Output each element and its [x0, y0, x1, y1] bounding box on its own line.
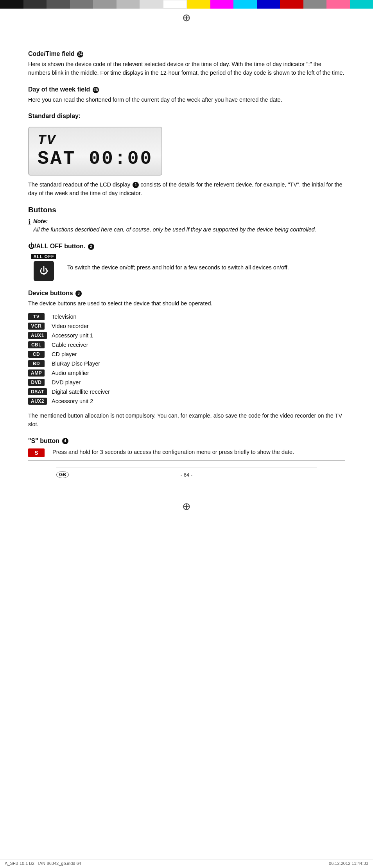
buttons-heading: Buttons	[28, 206, 345, 214]
color-seg-9	[187, 0, 210, 9]
s-button-num: 4	[62, 438, 68, 444]
page-number: - 64 -	[181, 472, 192, 478]
color-seg-10	[210, 0, 234, 9]
table-row: VCR Video recorder	[28, 321, 345, 331]
color-seg-15	[326, 0, 350, 9]
device-buttons-body: The device buttons are used to select th…	[28, 299, 345, 308]
color-seg-16	[350, 0, 373, 9]
device-label: Video recorder	[52, 321, 345, 331]
device-buttons-title: Device buttons 3	[28, 290, 345, 297]
color-seg-7	[140, 0, 163, 9]
meta-bar: A_SFB 10.1 B2 - IAN-86342_gb.indd 64 06.…	[0, 859, 373, 868]
standard-display-body-text: The standard readout of the LCD display	[28, 181, 130, 188]
all-off-title-text: ⏻/ALL OFF button.	[28, 243, 85, 249]
table-row: AUX1 Accessory unit 1	[28, 331, 345, 340]
top-crosshair: ⊕	[0, 12, 373, 24]
color-seg-12	[257, 0, 280, 9]
note-label: Note:	[33, 218, 48, 224]
code-time-num: 24	[77, 51, 83, 57]
table-row: CBL Cable receiver	[28, 340, 345, 350]
all-off-circle[interactable]: ⏻	[34, 261, 54, 281]
table-row: DVD DVD player	[28, 378, 345, 387]
meta-left: A_SFB 10.1 B2 - IAN-86342_gb.indd 64	[5, 861, 81, 866]
color-seg-2	[23, 0, 47, 9]
table-row: BD BluRay Disc Player	[28, 359, 345, 368]
device-badge: AUX1	[28, 332, 47, 339]
device-badge: DSAT	[28, 388, 47, 395]
color-seg-11	[233, 0, 257, 9]
device-label: Accessory unit 2	[52, 396, 345, 406]
gb-badge: GB	[56, 471, 69, 478]
day-week-title: Day of the week field 25	[28, 86, 345, 93]
all-off-num: 2	[88, 244, 94, 250]
device-badge: CD	[28, 351, 45, 358]
all-off-desc: To switch the device on/off; press and h…	[67, 263, 345, 272]
code-time-title-text: Code/Time field	[28, 50, 75, 57]
device-badge: VCR	[28, 323, 45, 330]
code-time-body: Here is shown the device code of the rel…	[28, 60, 345, 77]
standard-display-body: The standard readout of the LCD display …	[28, 180, 345, 198]
device-badge: CBL	[28, 341, 45, 348]
color-seg-1	[0, 0, 23, 9]
device-label: Digital satellite receiver	[52, 387, 345, 396]
device-label: DVD player	[52, 378, 345, 387]
day-week-num: 25	[93, 87, 99, 93]
footer-hr	[28, 460, 345, 461]
device-label: CD player	[52, 350, 345, 359]
day-week-body: Here you can read the shortened form of …	[28, 95, 345, 104]
page-footer: GB - 64 -	[56, 468, 317, 482]
device-badge: BD	[28, 360, 45, 367]
color-seg-13	[280, 0, 303, 9]
all-off-title: ⏻/ALL OFF button. 2	[28, 243, 345, 250]
standard-display-title: Standard display:	[28, 113, 345, 120]
s-badge[interactable]: S	[28, 448, 45, 457]
note-text: Note: All the functions described here c…	[33, 217, 316, 235]
all-off-label: ALL OFF	[31, 254, 56, 259]
s-button-title: "S" button 4	[28, 438, 345, 445]
s-button-title-text: "S" button	[28, 438, 59, 444]
device-badge: AUX2	[28, 398, 47, 405]
bottom-crosshair: ⊕	[0, 500, 373, 513]
color-seg-5	[93, 0, 117, 9]
meta-right: 06.12.2012 11:44:33	[329, 861, 368, 866]
lcd-line1: TV	[38, 133, 153, 149]
all-off-row: ALL OFF ⏻ To switch the device on/off; p…	[28, 254, 345, 281]
note-box: ℹ Note: All the functions described here…	[28, 217, 345, 235]
color-seg-4	[70, 0, 93, 9]
table-row: AUX2 Accessory unit 2	[28, 396, 345, 406]
device-label: Audio amplifier	[52, 368, 345, 378]
color-bar	[0, 0, 373, 9]
all-off-button-wrap: ALL OFF ⏻	[28, 254, 59, 281]
table-row: CD CD player	[28, 350, 345, 359]
device-buttons-num: 3	[75, 291, 82, 297]
device-label: Accessory unit 1	[52, 331, 345, 340]
lcd-line2: SAT 00:00	[38, 149, 153, 169]
device-badge: DVD	[28, 379, 45, 386]
table-row: TV Television	[28, 312, 345, 321]
code-time-title: Code/Time field 24	[28, 50, 345, 57]
device-buttons-title-text: Device buttons	[28, 290, 73, 296]
info-icon: ℹ	[28, 218, 31, 226]
color-seg-6	[117, 0, 140, 9]
day-week-title-text: Day of the week field	[28, 86, 90, 93]
table-row: AMP Audio amplifier	[28, 368, 345, 378]
color-seg-3	[47, 0, 70, 9]
power-icon: ⏻	[39, 266, 48, 276]
device-label: Television	[52, 312, 345, 321]
main-content: Code/Time field 24 Here is shown the dev…	[0, 27, 373, 497]
device-badge: TV	[28, 313, 45, 320]
allocation-text: The mentioned button allocation is not c…	[28, 411, 345, 429]
device-label: BluRay Disc Player	[52, 359, 345, 368]
color-seg-14	[303, 0, 327, 9]
color-seg-8	[163, 0, 187, 9]
device-label: Cable receiver	[52, 340, 345, 350]
standard-display-body-num: 1	[133, 182, 139, 188]
s-button-desc: Press and hold for 3 seconds to access t…	[52, 448, 345, 456]
note-body: All the functions described here can, of…	[33, 226, 316, 233]
device-table: TV Television VCR Video recorder AUX1 Ac…	[28, 312, 345, 406]
table-row: DSAT Digital satellite receiver	[28, 387, 345, 396]
device-badge: AMP	[28, 369, 45, 377]
s-button-row: S Press and hold for 3 seconds to access…	[28, 448, 345, 457]
lcd-display-box: TV SAT 00:00	[28, 127, 162, 175]
